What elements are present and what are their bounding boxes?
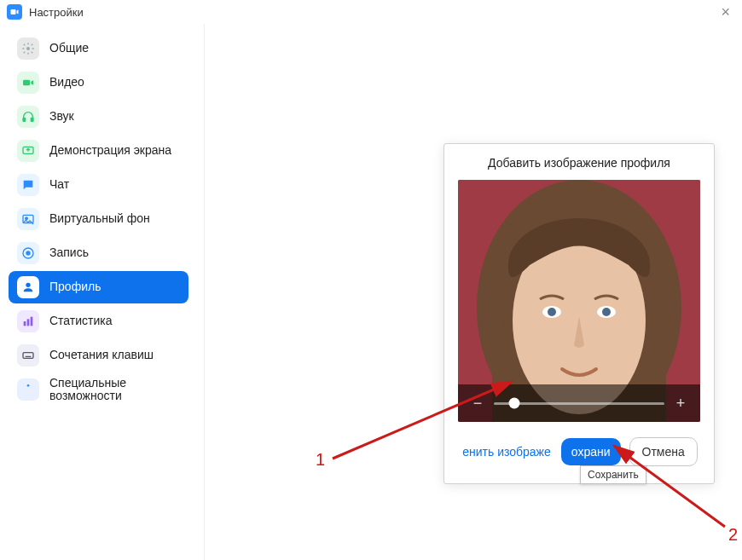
sidebar-item-video[interactable]: Видео [9, 66, 188, 99]
window-title: Настройки [29, 6, 84, 19]
virtual-background-icon [17, 208, 39, 230]
zoom-out-icon[interactable]: − [472, 395, 484, 411]
modal-title: Добавить изображение профиля [444, 144, 714, 180]
cancel-button[interactable]: Отмена [629, 437, 698, 466]
add-profile-image-modal: Добавить изображение профиля [443, 143, 715, 484]
sidebar-item-statistics[interactable]: Статистика [9, 305, 188, 338]
svg-rect-12 [27, 319, 30, 326]
sidebar-item-label: Специальные возможности [49, 377, 180, 403]
sidebar-item-recording[interactable]: Запись [9, 237, 188, 269]
profile-icon [17, 276, 39, 298]
chat-icon [17, 174, 39, 196]
sidebar-item-label: Видео [49, 76, 84, 89]
svg-point-22 [602, 308, 611, 316]
svg-point-21 [548, 308, 556, 316]
svg-point-10 [26, 283, 30, 287]
zoom-in-icon[interactable]: + [675, 395, 687, 411]
svg-rect-0 [11, 9, 16, 14]
record-icon [17, 242, 39, 264]
sidebar-item-share-screen[interactable]: Демонстрация экрана [9, 135, 188, 167]
svg-point-15 [27, 384, 30, 387]
sidebar-item-label: Профиль [49, 280, 101, 293]
zoom-slider[interactable] [494, 402, 664, 405]
sidebar-item-audio[interactable]: Звук [9, 101, 188, 133]
svg-point-9 [26, 251, 30, 255]
headphones-icon [17, 106, 39, 128]
sidebar-item-profile[interactable]: Профиль [9, 271, 188, 303]
change-image-button[interactable]: енить изображе [461, 440, 553, 464]
sidebar-item-general[interactable]: Общие [9, 32, 188, 65]
titlebar: Настройки × [0, 0, 742, 24]
svg-rect-13 [31, 317, 33, 326]
svg-rect-3 [23, 118, 26, 121]
sidebar-item-chat[interactable]: Чат [9, 169, 188, 201]
sidebar-item-label: Звук [49, 110, 74, 123]
svg-rect-14 [23, 353, 33, 359]
keyboard-icon [17, 344, 39, 367]
share-screen-icon [17, 140, 39, 162]
svg-rect-11 [24, 321, 26, 326]
main-panel: лд m филь льной верси ые функции Добавит… [205, 24, 742, 560]
svg-rect-4 [31, 118, 33, 121]
accessibility-icon [17, 378, 39, 401]
close-icon[interactable]: × [716, 3, 735, 21]
statistics-icon [17, 310, 39, 332]
annotation-number-2: 2 [728, 525, 738, 545]
sidebar-item-label: Общие [49, 42, 89, 55]
video-icon [17, 72, 39, 94]
zoom-slider-thumb[interactable] [509, 398, 520, 409]
annotation-number-1: 1 [316, 450, 325, 470]
settings-sidebar: Общие Видео Звук Демонстрация экрана Чат… [0, 24, 205, 560]
sidebar-item-label: Запись [49, 246, 89, 259]
sidebar-item-label: Статистика [49, 315, 113, 327]
sidebar-item-keyboard-shortcuts[interactable]: Сочетания клавиш [9, 339, 188, 372]
sidebar-item-label: Демонстрация экрана [49, 144, 171, 157]
zoom-bar: − + [458, 384, 700, 422]
image-crop-area[interactable]: − + [458, 180, 700, 422]
sidebar-item-label: Чат [49, 178, 69, 191]
sidebar-item-label: Виртуальный фон [49, 212, 150, 225]
sidebar-item-virtual-background[interactable]: Виртуальный фон [9, 203, 188, 235]
modal-actions: енить изображе охрани Отмена [444, 422, 714, 483]
app-icon [7, 4, 22, 20]
save-tooltip: Сохранить [580, 465, 646, 484]
svg-point-7 [26, 217, 28, 220]
svg-point-1 [26, 47, 30, 50]
gear-icon [17, 38, 39, 60]
sidebar-item-label: Сочетания клавиш [49, 349, 154, 361]
save-button[interactable]: охрани [561, 438, 621, 465]
sidebar-item-accessibility[interactable]: Специальные возможности [9, 373, 188, 406]
svg-rect-2 [23, 80, 30, 86]
